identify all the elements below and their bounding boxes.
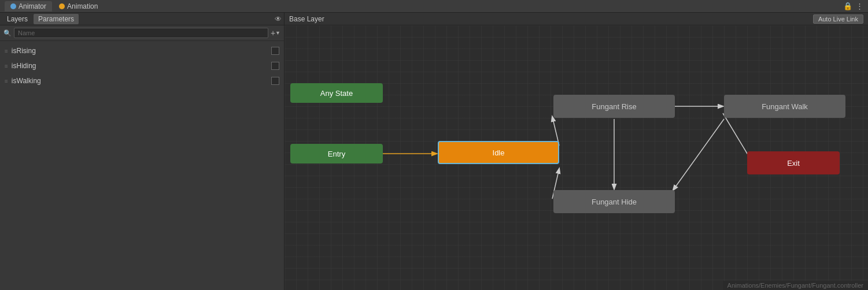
graph-area: Base Layer Auto Live Link [285,13,868,290]
entry-label: Entry [328,150,345,158]
breadcrumb-baselayer[interactable]: Base Layer [289,15,324,23]
parameter-list: ≡ isRising ≡ isHiding ≡ isWalking [0,41,284,290]
param-item-isWalking[interactable]: ≡ isWalking [0,73,284,88]
any-state-label: Any State [320,89,353,98]
state-fungant-rise[interactable]: Fungant Rise [553,95,675,118]
param-name-isRising: isRising [12,47,268,55]
state-exit[interactable]: Exit [747,151,840,174]
state-entry[interactable]: Entry [290,144,383,163]
param-name-isHiding: isHiding [12,62,268,70]
state-any-state[interactable]: Any State [290,83,383,103]
add-icon: + [271,28,275,38]
search-input[interactable] [14,28,268,38]
animator-icon [10,3,16,9]
graph-header: Base Layer Auto Live Link [285,13,868,25]
add-parameter-button[interactable]: + ▼ [271,28,280,38]
search-bar: 🔍 + ▼ [0,25,284,41]
status-text: Animations/Enemies/Fungant/Fungant.contr… [727,282,863,289]
tab-animator[interactable]: Animator [5,1,52,12]
tab-layers[interactable]: Layers [2,14,32,24]
tab-animation[interactable]: Animation [53,1,104,12]
main-layout: Layers Parameters 👁 🔍 + ▼ ≡ isRising [0,13,868,290]
tab-animator-label: Animator [19,2,46,10]
state-fungant-walk[interactable]: Fungant Walk [724,95,845,118]
svg-line-8 [673,119,724,190]
tab-parameters[interactable]: Parameters [34,14,79,24]
state-fungant-hide[interactable]: Fungant Hide [553,190,675,213]
status-bar: Animations/Enemies/Fungant/Fungant.contr… [723,281,868,290]
exit-label: Exit [787,159,800,168]
drag-handle-isWalking: ≡ [5,78,8,84]
param-checkbox-isRising[interactable] [271,47,279,55]
title-bar-actions: 🔒 ⋮ [843,2,863,10]
eye-icon[interactable]: 👁 [275,15,282,23]
tab-layers-label: Layers [7,15,28,23]
fungant-rise-label: Fungant Rise [592,102,636,111]
drag-handle-isHiding: ≡ [5,63,8,69]
animation-icon [59,3,65,9]
param-item-isHiding[interactable]: ≡ isHiding [0,58,284,73]
left-panel: Layers Parameters 👁 🔍 + ▼ ≡ isRising [0,13,285,290]
state-idle[interactable]: Idle [438,141,559,164]
title-bar: Animator Animation 🔒 ⋮ [0,0,868,13]
auto-live-link-button[interactable]: Auto Live Link [813,14,863,24]
dropdown-icon: ▼ [275,30,280,36]
search-icon: 🔍 [3,29,12,37]
param-item-isRising[interactable]: ≡ isRising [0,43,284,58]
idle-label: Idle [493,148,505,157]
param-checkbox-isWalking[interactable] [271,77,279,85]
fungant-hide-label: Fungant Hide [592,198,637,206]
fungant-walk-label: Fungant Walk [762,102,808,111]
panel-tab-right: 👁 [275,15,282,23]
tab-parameters-label: Parameters [38,15,74,23]
panel-tabs: Layers Parameters 👁 [0,13,284,25]
lock-icon[interactable]: 🔒 [843,2,852,10]
drag-handle-isRising: ≡ [5,48,8,54]
menu-icon[interactable]: ⋮ [856,2,863,10]
param-checkbox-isHiding[interactable] [271,62,279,70]
tab-animation-label: Animation [67,2,98,10]
graph-canvas[interactable]: Any State Entry Idle Fungant Rise Fungan… [285,25,868,290]
param-name-isWalking: isWalking [12,77,268,85]
